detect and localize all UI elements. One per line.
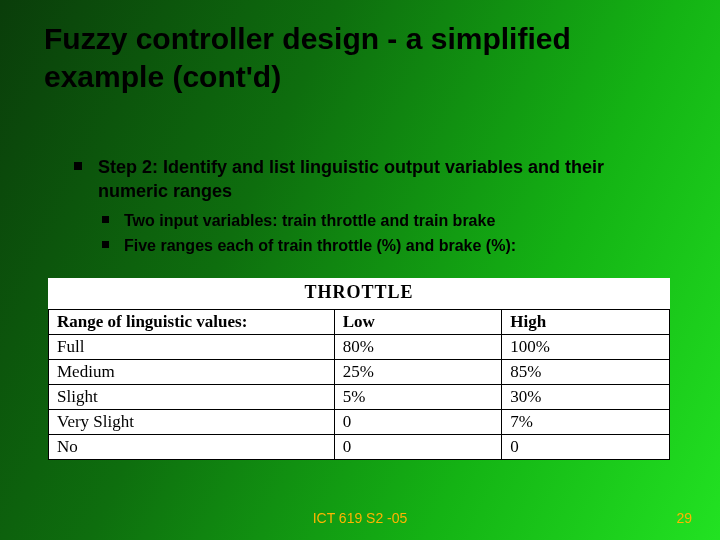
throttle-table: Range of linguistic values: Low High Ful… <box>48 309 670 460</box>
cell-range: No <box>49 435 335 460</box>
table-row: No 0 0 <box>49 435 670 460</box>
slide-body: Step 2: Identify and list linguistic out… <box>60 155 670 257</box>
cell-low: 25% <box>334 360 502 385</box>
table-row: Slight 5% 30% <box>49 385 670 410</box>
cell-high: 0 <box>502 435 670 460</box>
cell-range: Slight <box>49 385 335 410</box>
footer-page-number: 29 <box>676 510 692 526</box>
cell-low: 0 <box>334 410 502 435</box>
col-header-range: Range of linguistic values: <box>49 310 335 335</box>
bullet-step2: Step 2: Identify and list linguistic out… <box>60 155 670 204</box>
table-header-row: Range of linguistic values: Low High <box>49 310 670 335</box>
table-row: Full 80% 100% <box>49 335 670 360</box>
slide-title: Fuzzy controller design - a simplified e… <box>44 20 676 95</box>
table-caption: THROTTLE <box>48 278 670 309</box>
cell-low: 0 <box>334 435 502 460</box>
throttle-table-wrap: THROTTLE Range of linguistic values: Low… <box>48 278 670 460</box>
cell-range: Very Slight <box>49 410 335 435</box>
cell-high: 100% <box>502 335 670 360</box>
table-row: Medium 25% 85% <box>49 360 670 385</box>
cell-high: 85% <box>502 360 670 385</box>
cell-range: Medium <box>49 360 335 385</box>
table-row: Very Slight 0 7% <box>49 410 670 435</box>
cell-low: 5% <box>334 385 502 410</box>
bullet-sub-ranges: Five ranges each of train throttle (%) a… <box>60 235 670 257</box>
cell-low: 80% <box>334 335 502 360</box>
cell-high: 7% <box>502 410 670 435</box>
footer-course: ICT 619 S2 -05 <box>0 510 720 526</box>
col-header-high: High <box>502 310 670 335</box>
cell-high: 30% <box>502 385 670 410</box>
bullet-sub-inputs: Two input variables: train throttle and … <box>60 210 670 232</box>
cell-range: Full <box>49 335 335 360</box>
col-header-low: Low <box>334 310 502 335</box>
